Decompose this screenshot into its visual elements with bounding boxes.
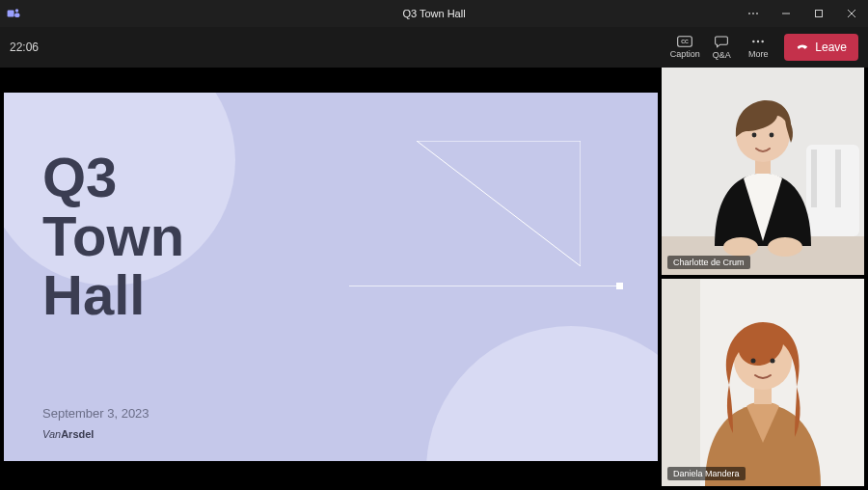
svg-point-18 bbox=[723, 237, 758, 257]
cc-icon: CC bbox=[677, 36, 692, 47]
svg-rect-2 bbox=[14, 13, 19, 17]
svg-point-23 bbox=[770, 133, 774, 138]
svg-point-11 bbox=[762, 41, 764, 42]
window-titlebar: Q3 Town Hall ⋯ bbox=[0, 0, 868, 27]
svg-rect-16 bbox=[811, 150, 817, 207]
participant-video bbox=[662, 68, 864, 275]
window-controls: ⋯ bbox=[737, 0, 868, 27]
ellipsis-icon bbox=[750, 36, 766, 47]
svg-point-29 bbox=[771, 359, 775, 364]
svg-rect-0 bbox=[8, 11, 14, 17]
slide-decoration bbox=[426, 326, 658, 461]
slide-title: Q3 Town Hall bbox=[42, 149, 184, 325]
svg-text:CC: CC bbox=[681, 39, 689, 44]
participant-tile[interactable]: Charlotte de Crum bbox=[662, 68, 864, 275]
leave-label: Leave bbox=[815, 41, 847, 54]
window-minimize-button[interactable] bbox=[770, 0, 802, 27]
svg-point-19 bbox=[768, 237, 802, 257]
caption-button[interactable]: CC Caption bbox=[666, 36, 703, 59]
more-button[interactable]: More bbox=[740, 36, 776, 59]
window-close-button[interactable] bbox=[835, 0, 868, 27]
svg-point-22 bbox=[752, 133, 757, 138]
shared-content: Q3 Town Hall September 3, 2023 VanArsdel bbox=[4, 68, 658, 486]
svg-marker-12 bbox=[417, 141, 581, 266]
participants-panel: Charlotte de Crum Daniela bbox=[662, 68, 864, 486]
chat-icon bbox=[714, 35, 729, 48]
qa-label: Q&A bbox=[713, 50, 731, 60]
more-label: More bbox=[748, 49, 769, 59]
participant-name: Daniela Mandera bbox=[667, 467, 746, 480]
participant-video bbox=[662, 279, 864, 486]
svg-rect-4 bbox=[816, 11, 823, 17]
svg-point-10 bbox=[757, 41, 759, 42]
slide-date: September 3, 2023 bbox=[42, 406, 149, 421]
qa-button[interactable]: Q&A bbox=[703, 35, 740, 60]
svg-rect-17 bbox=[835, 150, 841, 207]
svg-point-28 bbox=[751, 359, 756, 364]
svg-point-1 bbox=[15, 9, 19, 13]
teams-icon bbox=[0, 7, 27, 20]
caption-label: Caption bbox=[670, 49, 700, 59]
leave-button[interactable]: Leave bbox=[784, 34, 858, 61]
slide-decoration bbox=[417, 141, 581, 266]
svg-rect-25 bbox=[662, 279, 700, 486]
participant-tile[interactable]: Daniela Mandera bbox=[662, 279, 864, 486]
slide-decoration bbox=[349, 286, 619, 286]
slide-brand: VanArsdel bbox=[42, 428, 94, 440]
meeting-toolbar: 22:06 CC Caption Q&A bbox=[0, 27, 868, 68]
hangup-icon bbox=[796, 40, 809, 56]
participant-name: Charlotte de Crum bbox=[667, 256, 750, 269]
window-more-button[interactable]: ⋯ bbox=[737, 0, 770, 27]
window-maximize-button[interactable] bbox=[802, 0, 835, 27]
svg-point-9 bbox=[752, 41, 754, 42]
meeting-stage: Q3 Town Hall September 3, 2023 VanArsdel bbox=[0, 68, 868, 490]
meeting-timer: 22:06 bbox=[10, 41, 39, 54]
presentation-slide[interactable]: Q3 Town Hall September 3, 2023 VanArsdel bbox=[4, 93, 658, 460]
